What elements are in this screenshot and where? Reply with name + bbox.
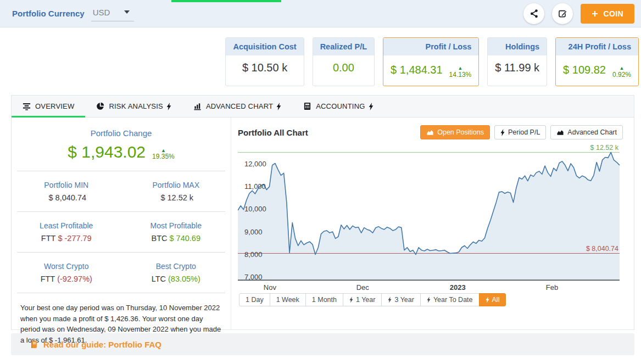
- change-percent: 0.92%: [612, 71, 631, 79]
- bolt-icon: [486, 296, 489, 303]
- stat-best-crypto: Best Crypto LTC(83.05%): [121, 262, 231, 283]
- range-3-year[interactable]: 3 Year: [381, 293, 420, 306]
- card-title: Profit / Loss: [383, 38, 478, 55]
- card-value: $ 1,484.31: [391, 64, 443, 76]
- bolt-icon: [388, 296, 392, 303]
- max-line-label: $ 12.52 k: [590, 144, 619, 152]
- tab-accounting[interactable]: ACCOUNTING: [292, 96, 384, 117]
- stat-card-acquisition-cost: Acquisition Cost $ 10.50 k: [225, 37, 304, 86]
- stat-card-realized-pl: Realized P/L 0.00: [313, 37, 375, 86]
- card-value: $ 10.50 k: [242, 61, 287, 74]
- card-title: Holdings: [488, 38, 547, 55]
- y-tick-label: 8,000: [244, 250, 263, 259]
- edit-icon: [558, 9, 567, 18]
- divider: [17, 293, 225, 293]
- bolt-icon: [500, 129, 505, 136]
- card-value: $ 109.82: [563, 64, 606, 76]
- stat-card-profit-loss: Profit / Loss $ 1,484.31 ▲ 14.13%: [383, 37, 479, 86]
- tab-overview[interactable]: OVERVIEW: [12, 96, 85, 117]
- add-coin-button[interactable]: COIN: [581, 4, 634, 24]
- change-badge: ▲ 19.35%: [152, 148, 175, 161]
- loading-progress-bar: [171, 0, 281, 2]
- bolt-icon: [276, 103, 281, 110]
- divider: [17, 211, 225, 212]
- chart-range-buttons: 1 Day 1 Week 1 Month 1 Year 3 Year Year …: [239, 293, 623, 306]
- card-title: Realized P/L: [313, 38, 374, 55]
- y-tick-label: 12,000: [244, 160, 266, 168]
- area-chart-icon: [556, 129, 564, 136]
- faq-link[interactable]: Read our guide: Portfolio FAQ: [43, 340, 161, 349]
- open-positions-button[interactable]: Open Positions: [420, 125, 490, 139]
- stat-card-holdings: Holdings $ 11.99 k: [487, 37, 547, 86]
- stat-card-24h-profit-loss: 24H Profit / Loss $ 109.82 ▲ 0.92%: [555, 37, 639, 86]
- portfolio-change-label: Portfolio Change: [12, 128, 231, 138]
- min-line-label: $ 8,040.74: [586, 245, 618, 253]
- stat-portfolio-max: Portfolio MAX $ 12.52 k: [121, 181, 231, 202]
- tab-risk-analysis[interactable]: RISK ANALYSIS: [85, 96, 182, 117]
- portfolio-currency-label: Portfolio Currency: [12, 9, 85, 18]
- change-percent: 19.35%: [152, 153, 175, 160]
- y-tick-label: 11,000: [244, 182, 266, 191]
- tab-label: OVERVIEW: [35, 102, 74, 110]
- currency-value: USD: [93, 8, 110, 17]
- portfolio-chart-panel: Portfolio All Chart Open Positions Perio…: [231, 117, 634, 329]
- main-content: OVERVIEW RISK ANALYSIS ADVANCED CHART: [11, 95, 634, 330]
- chart-title: Portfolio All Chart: [238, 128, 308, 137]
- range-1-year[interactable]: 1 Year: [343, 293, 382, 306]
- edit-portfolio-button[interactable]: [552, 3, 573, 24]
- stat-most-profitable: Most Profitable BTC$ 740.69: [121, 221, 231, 243]
- range-1-day[interactable]: 1 Day: [239, 293, 270, 306]
- card-title: 24H Profit / Loss: [556, 38, 638, 55]
- chart-area-fill: [238, 152, 620, 280]
- top-bar-actions: COIN: [523, 3, 634, 24]
- top-bar: Portfolio Currency USD COIN: [0, 0, 641, 27]
- y-tick-label: 7,000: [244, 273, 263, 281]
- range-1-month[interactable]: 1 Month: [305, 293, 343, 306]
- plus-icon: [592, 10, 598, 17]
- range-year-to-date[interactable]: Year To Date: [420, 293, 480, 306]
- tab-bar: OVERVIEW RISK ANALYSIS ADVANCED CHART: [12, 96, 634, 117]
- tab-label: ADVANCED CHART: [206, 102, 273, 110]
- card-value: 0.00: [333, 61, 354, 74]
- share-button[interactable]: [523, 3, 544, 24]
- advanced-chart-button[interactable]: Advanced Chart: [550, 125, 623, 139]
- x-axis-label: 2023: [450, 283, 466, 292]
- bolt-icon: [166, 103, 171, 110]
- stat-least-profitable: Least Profitable FTT$ -277.79: [12, 221, 121, 243]
- portfolio-area-chart[interactable]: 7,0008,0009,00010,00011,00012,000NovDec2…: [238, 144, 623, 293]
- card-value: $ 11.99 k: [495, 61, 539, 74]
- best-worst-day-summary: Your best one day period was on Thursday…: [12, 303, 231, 345]
- share-icon: [529, 9, 539, 18]
- pie-chart-icon: [96, 102, 104, 110]
- x-axis-label: Nov: [264, 283, 277, 292]
- calculator-icon: [303, 102, 311, 110]
- y-tick-label: 10,000: [244, 205, 266, 214]
- tab-advanced-chart[interactable]: ADVANCED CHART: [182, 96, 292, 117]
- x-axis-label: Dec: [356, 283, 370, 292]
- bar-chart-icon: [193, 102, 202, 110]
- period-pl-button[interactable]: Period P/L: [494, 125, 546, 139]
- range-all[interactable]: All: [479, 293, 506, 306]
- area-chart-icon: [426, 129, 434, 136]
- bolt-icon: [349, 296, 353, 303]
- add-coin-label: COIN: [603, 9, 623, 18]
- chevron-down-icon: [124, 10, 130, 14]
- currency-select[interactable]: USD: [91, 6, 135, 21]
- card-title: Acquisition Cost: [226, 38, 303, 55]
- bolt-icon: [369, 103, 374, 110]
- portfolio-change-value: $ 1,943.02: [68, 143, 146, 161]
- x-axis-label: Feb: [546, 283, 558, 292]
- change-badge: ▲ 14.13%: [449, 66, 472, 79]
- stat-cards-row: Acquisition Cost $ 10.50 k Realized P/L …: [0, 37, 639, 86]
- overview-panels: Portfolio Change $ 1,943.02 ▲ 19.35% Por…: [12, 117, 634, 329]
- stat-worst-crypto: Worst Crypto FTT(-92.97%): [12, 262, 121, 283]
- list-icon: [23, 102, 31, 110]
- tab-label: ACCOUNTING: [316, 102, 365, 110]
- range-1-week[interactable]: 1 Week: [270, 293, 306, 306]
- stat-portfolio-min: Portfolio MIN $ 8,040.74: [12, 181, 121, 202]
- chart-action-buttons: Open Positions Period P/L Advanced Chart: [420, 125, 623, 139]
- divider: [17, 252, 225, 253]
- bolt-icon: [427, 296, 431, 303]
- book-icon: [30, 340, 38, 349]
- y-tick-label: 9,000: [244, 228, 263, 236]
